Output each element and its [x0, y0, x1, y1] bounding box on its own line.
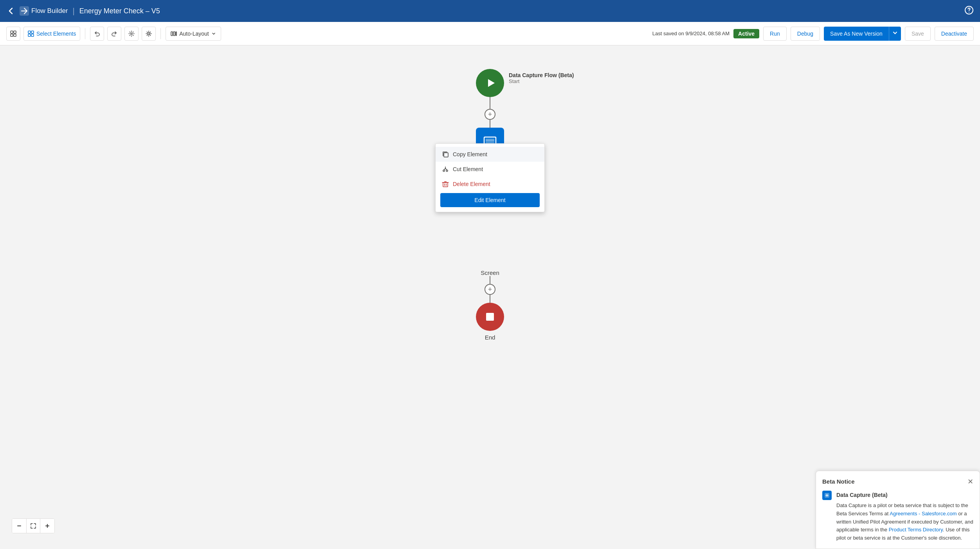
back-button[interactable] — [6, 7, 15, 15]
settings-button[interactable] — [124, 27, 139, 41]
nav-separator: | — [73, 7, 75, 16]
redo-button[interactable] — [107, 27, 121, 41]
svg-rect-7 — [28, 31, 31, 33]
zoom-fit-button[interactable] — [26, 519, 40, 533]
svg-point-12 — [148, 33, 150, 34]
toolbar-right: Last saved on 9/9/2024, 08:58 AM Active … — [652, 27, 974, 41]
delete-element-item[interactable]: Delete Element — [436, 177, 544, 191]
beta-icon — [822, 491, 832, 500]
undo-button[interactable] — [90, 27, 104, 41]
add-button-2[interactable]: + — [485, 284, 495, 295]
canvas[interactable]: Data Capture Flow (Beta) Start + — [0, 45, 980, 549]
svg-rect-6 — [14, 34, 16, 36]
beta-subtitle: Data Capture (Beta) — [836, 491, 973, 499]
debug-button[interactable]: Debug — [791, 27, 820, 41]
svg-point-11 — [131, 33, 132, 34]
svg-rect-9 — [28, 34, 31, 36]
app-name-label: Flow Builder — [31, 7, 68, 15]
toolbar-divider-1 — [85, 28, 85, 39]
end-node-circle[interactable] — [476, 303, 504, 331]
connector-4 — [490, 295, 490, 303]
help-icon[interactable] — [964, 5, 974, 17]
screen-label: Screen — [481, 269, 499, 276]
cut-element-label: Cut Element — [453, 166, 483, 172]
connector-1 — [490, 97, 490, 109]
svg-rect-13 — [171, 32, 173, 36]
svg-rect-23 — [486, 313, 494, 321]
svg-rect-3 — [11, 31, 13, 33]
end-node: End — [476, 303, 504, 341]
delete-element-label: Delete Element — [453, 181, 490, 187]
more-settings-button[interactable] — [142, 27, 156, 41]
beta-notice-title: Beta Notice — [822, 478, 855, 485]
zoom-out-button[interactable] — [12, 519, 26, 533]
cut-element-item[interactable]: Cut Element — [436, 162, 544, 177]
copy-element-item[interactable]: Copy Element — [436, 147, 544, 162]
select-elements-button[interactable]: Select Elements — [23, 27, 80, 41]
beta-close-button[interactable]: ✕ — [967, 477, 973, 486]
start-node-label: Data Capture Flow (Beta) Start — [509, 72, 574, 84]
start-node-title: Data Capture Flow (Beta) — [509, 72, 574, 78]
context-menu: Copy Element Cut Element — [435, 143, 545, 212]
svg-rect-18 — [486, 139, 494, 143]
flow-builder-logo: Flow Builder — [20, 6, 68, 16]
flow-title-label: Energy Meter Check – V5 — [79, 7, 160, 15]
select-elements-label: Select Elements — [36, 31, 76, 37]
auto-layout-label: Auto-Layout — [179, 31, 209, 37]
flow-container: Data Capture Flow (Beta) Start + — [476, 69, 504, 341]
beta-link-2[interactable]: Product Terms Directory — [889, 527, 943, 533]
beta-link-1[interactable]: Agreements - Salesforce.com — [890, 511, 957, 516]
svg-rect-22 — [443, 182, 448, 187]
svg-rect-8 — [31, 31, 34, 33]
top-nav: Flow Builder | Energy Meter Check – V5 — [0, 0, 980, 22]
save-new-version-group: Save As New Version — [824, 27, 901, 41]
svg-rect-5 — [11, 34, 13, 36]
zoom-controls — [12, 518, 55, 533]
beta-notice-header: Beta Notice ✕ — [822, 477, 973, 486]
add-button-1[interactable]: + — [485, 109, 495, 120]
connector-3 — [490, 276, 490, 284]
svg-point-2 — [969, 12, 969, 13]
beta-content: Data Capture (Beta) Data Capture is a pi… — [822, 491, 973, 542]
beta-notice: Beta Notice ✕ Data Capture (Beta) Data C… — [816, 471, 980, 549]
save-as-new-version-dropdown[interactable] — [889, 27, 901, 41]
beta-text: Data Capture (Beta) Data Capture is a pi… — [836, 491, 973, 542]
save-button[interactable]: Save — [905, 27, 931, 41]
start-node-subtitle: Start — [509, 78, 574, 84]
save-as-new-version-button[interactable]: Save As New Version — [824, 27, 889, 41]
start-node: Data Capture Flow (Beta) Start — [476, 69, 504, 97]
copy-element-label: Copy Element — [453, 151, 487, 157]
zoom-in-button[interactable] — [40, 519, 54, 533]
last-saved-text: Last saved on 9/9/2024, 08:58 AM — [652, 31, 730, 36]
run-button[interactable]: Run — [763, 27, 787, 41]
svg-marker-16 — [488, 79, 495, 87]
svg-rect-15 — [176, 32, 177, 36]
deactivate-button[interactable]: Deactivate — [935, 27, 974, 41]
active-badge: Active — [733, 29, 759, 38]
screen-wrapper: Copy Element Cut Element — [476, 128, 504, 276]
svg-rect-14 — [173, 32, 175, 36]
end-node-label: End — [485, 334, 495, 341]
svg-rect-19 — [444, 153, 448, 157]
svg-rect-4 — [14, 31, 16, 33]
toggle-canvas-button[interactable] — [6, 27, 20, 41]
toolbar-divider-2 — [160, 28, 161, 39]
start-node-circle[interactable] — [476, 69, 504, 97]
connector-2 — [490, 120, 490, 128]
toolbar: Select Elements Auto-Layou — [0, 22, 980, 45]
auto-layout-button[interactable]: Auto-Layout — [166, 27, 221, 41]
edit-element-button[interactable]: Edit Element — [440, 193, 540, 207]
svg-rect-10 — [31, 34, 34, 36]
